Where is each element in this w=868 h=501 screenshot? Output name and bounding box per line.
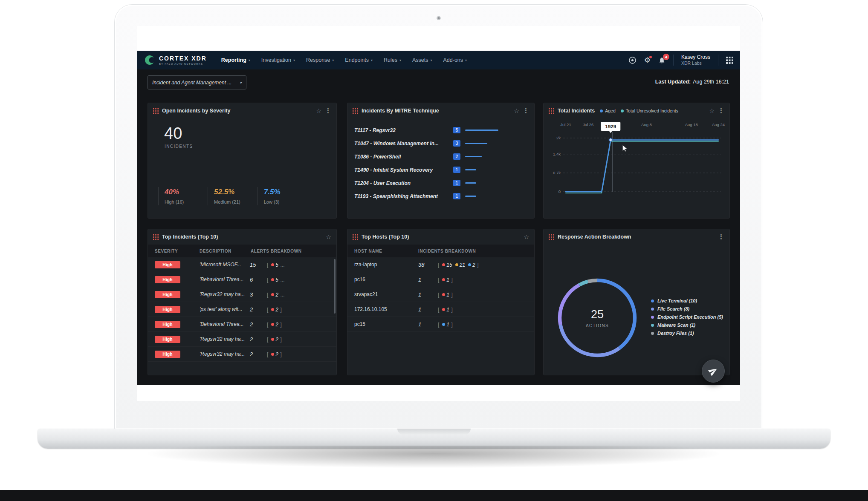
- chevron-down-icon: ▾: [371, 58, 373, 62]
- legend-item-aged[interactable]: Aged: [600, 108, 616, 113]
- scrollbar-thumb[interactable]: [334, 259, 336, 314]
- host-row[interactable]: 172.16.10.1051[1 ]: [347, 302, 534, 317]
- column-incidents-breakdown[interactable]: INCIDENTS BREAKDOWN: [418, 249, 527, 253]
- legend-item-destroy-files-1[interactable]: Destroy Files (1): [651, 331, 723, 336]
- incident-row[interactable]: High'Behavioral Threa...6[5 ...: [148, 272, 336, 287]
- column-host-name[interactable]: HOST NAME: [354, 249, 418, 253]
- top-hosts-table-body: rza-laptop38[15212 ]pc161[1 ]srvapac211[…: [347, 257, 534, 332]
- breakdown-open-bracket: [: [438, 277, 439, 283]
- user-org: XDR Labs: [681, 60, 710, 66]
- incident-row[interactable]: High'ps test' along wit...2[2 ]: [148, 302, 336, 317]
- legend-dot: [600, 109, 603, 112]
- star-icon[interactable]: ☆: [709, 107, 715, 114]
- kebab-menu-icon[interactable]: ⋮: [718, 107, 724, 115]
- host-row[interactable]: pc151[1 ]: [347, 317, 534, 332]
- breakdown-close-bracket: ]: [451, 307, 452, 313]
- technique-row-t1490[interactable]: T1490 - Inhibit System Recovery1: [354, 163, 527, 176]
- breakdown-dot: [442, 308, 445, 311]
- chevron-down-icon: ▾: [465, 58, 467, 62]
- kebab-menu-icon[interactable]: ⋮: [523, 107, 529, 115]
- star-icon[interactable]: ☆: [514, 107, 519, 114]
- kebab-menu-icon[interactable]: ⋮: [718, 233, 724, 241]
- nav-item-label: Add-ons: [443, 57, 463, 63]
- star-icon[interactable]: ☆: [524, 233, 529, 240]
- nav-item-reporting[interactable]: Reporting▾: [221, 57, 250, 63]
- apps-grid-icon[interactable]: [726, 57, 733, 64]
- panel-total-incidents: Total Incidents AgedTotal Unresolved Inc…: [543, 103, 730, 219]
- user-menu[interactable]: Kasey Cross XDR Labs: [681, 54, 710, 66]
- alerts-breakdown: [2 ]: [267, 350, 330, 358]
- technique-row-t1086[interactable]: T1086 - PowerShell2: [354, 150, 527, 163]
- nav-item-investigation[interactable]: Investigation▾: [261, 57, 295, 63]
- legend-item-file-search-8[interactable]: File Search (8): [651, 306, 723, 311]
- technique-row-t1193[interactable]: T1193 - Spearphishing Attachment1: [354, 190, 527, 203]
- svg-text:0: 0: [558, 189, 561, 194]
- panel-header: Incidents By MITRE Technique ☆ ⋮: [347, 103, 534, 118]
- host-row[interactable]: pc161[1 ]: [347, 272, 534, 287]
- technique-count-badge: 3: [453, 140, 460, 147]
- nav-item-endpoints[interactable]: Endpoints▾: [345, 57, 373, 63]
- incident-row[interactable]: High'Regsvr32 may ha...2[2 ]: [148, 347, 336, 362]
- actions-total: 25: [591, 308, 604, 321]
- nav-item-add-ons[interactable]: Add-ons▾: [443, 57, 467, 63]
- settings-alert-dot: [649, 56, 652, 58]
- svg-text:Jul 21: Jul 21: [560, 122, 571, 127]
- background-floor-strip: [0, 490, 868, 501]
- legend-dot: [651, 316, 654, 319]
- top-hosts-table-header: HOST NAMEINCIDENTS BREAKDOWN: [347, 245, 534, 257]
- quick-launch-button[interactable]: [702, 360, 725, 383]
- svg-text:1929: 1929: [605, 124, 616, 129]
- copilot-icon[interactable]: [628, 56, 637, 64]
- column-severity[interactable]: SEVERITY: [155, 249, 200, 253]
- technique-count-badge: 5: [453, 127, 460, 133]
- breakdown-value: 1: [446, 292, 449, 298]
- nav-item-assets[interactable]: Assets▾: [412, 57, 432, 63]
- kebab-menu-icon[interactable]: ⋮: [325, 107, 331, 115]
- legend-item-malware-scan-1[interactable]: Malware Scan (1): [651, 322, 723, 328]
- incident-count: 1: [418, 291, 438, 298]
- star-icon[interactable]: ☆: [326, 233, 331, 240]
- donut-center: 25 ACTIONS: [556, 276, 639, 360]
- legend-label: Live Terminal (10): [657, 298, 697, 303]
- copilot-glyph: [628, 56, 637, 64]
- breakdown-value: 2: [275, 337, 278, 343]
- technique-row-t1047[interactable]: T1047 - Windows Management In...3: [354, 137, 527, 150]
- technique-label: T1204 - User Execution: [354, 180, 453, 186]
- host-row[interactable]: srvapac211[1 ]: [347, 287, 534, 302]
- laptop-screen: CORTEX XDR BY PALO ALTO NETWORKS Reporti…: [137, 26, 740, 401]
- legend-item-endpoint-script-execution-5[interactable]: Endpoint Script Execution (5): [651, 314, 723, 320]
- breakdown-value: 5: [275, 277, 278, 283]
- technique-row-t1204[interactable]: T1204 - User Execution1: [354, 176, 527, 190]
- settings-gear-icon[interactable]: ⚙: [644, 57, 651, 64]
- legend-item-live-terminal-10[interactable]: Live Terminal (10): [651, 298, 723, 303]
- nav-item-rules[interactable]: Rules▾: [384, 57, 401, 63]
- technique-bar: [465, 196, 476, 197]
- severity-badge: High: [155, 261, 180, 268]
- severity-badge: High: [155, 291, 180, 298]
- incident-row[interactable]: High'Regsvr32 may ha...3[2 ...: [148, 287, 336, 302]
- brand[interactable]: CORTEX XDR BY PALO ALTO NETWORKS: [144, 55, 207, 66]
- dashboard-select[interactable]: Incident and Agent Management ... ▾: [148, 75, 246, 89]
- paper-plane-icon: [707, 365, 720, 377]
- host-name: rza-laptop: [354, 262, 418, 268]
- stat-percent: 52.5%: [214, 188, 240, 196]
- host-name: srvapac21: [354, 291, 418, 297]
- incident-row[interactable]: High'Behavioral Threa...2[2 ]: [148, 317, 336, 332]
- host-row[interactable]: rza-laptop38[15212 ]: [347, 257, 534, 272]
- breakdown-dot: [271, 308, 274, 311]
- breakdown-ellipsis: ...: [280, 277, 284, 283]
- incident-row[interactable]: High'Microsoft MSOF...15[5 ...: [148, 257, 336, 272]
- legend-dot: [651, 324, 654, 327]
- star-icon[interactable]: ☆: [316, 107, 321, 114]
- chevron-down-icon: ▾: [293, 58, 295, 62]
- technique-row-t1117[interactable]: T1117 - Regsvr325: [354, 124, 527, 137]
- nav-item-response[interactable]: Response▾: [306, 57, 334, 63]
- incident-row[interactable]: High'Regsvr32 may ha...2[2 ]: [148, 332, 336, 347]
- legend-item-total-unresolved-incidents[interactable]: Total Unresolved Incidents: [621, 108, 678, 113]
- notifications-bell-icon[interactable]: 4: [658, 57, 665, 64]
- column-alerts-breakdown[interactable]: ALERTS BREAKDOWN: [251, 249, 330, 253]
- column-description[interactable]: DESCRIPTION: [200, 249, 251, 253]
- panel-header: Top Hosts (Top 10) ☆: [347, 229, 534, 245]
- panel-incidents-by-mitre-technique: Incidents By MITRE Technique ☆ ⋮ T1117 -…: [347, 103, 535, 219]
- stat-label: High (16): [165, 199, 191, 204]
